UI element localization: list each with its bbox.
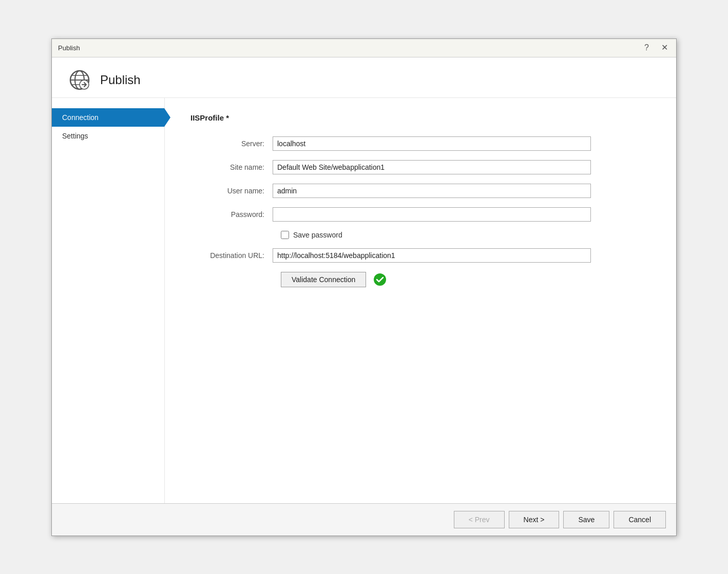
sidebar: Connection Settings — [52, 98, 165, 503]
site-name-group: Site name: — [190, 160, 650, 174]
destination-url-label: Destination URL: — [190, 251, 273, 260]
section-title: IISProfile * — [190, 113, 650, 122]
page-title: Publish — [100, 73, 141, 87]
server-group: Server: — [190, 136, 650, 151]
sidebar-item-settings[interactable]: Settings — [52, 127, 164, 145]
site-name-input[interactable] — [273, 160, 591, 174]
connection-valid-icon — [373, 273, 387, 286]
window-body: Publish Connection Settings IISProfile *… — [52, 57, 676, 536]
window-title: Publish — [58, 44, 80, 52]
title-bar-right: ? ✕ — [642, 44, 670, 52]
password-label: Password: — [190, 210, 273, 219]
help-button[interactable]: ? — [642, 44, 651, 52]
title-bar: Publish ? ✕ — [52, 39, 676, 57]
save-password-label[interactable]: Save password — [293, 231, 342, 239]
main-content: IISProfile * Server: Site name: User nam… — [165, 98, 676, 503]
server-label: Server: — [190, 140, 273, 148]
server-input[interactable] — [273, 136, 591, 151]
user-name-label: User name: — [190, 187, 273, 195]
save-password-checkbox[interactable] — [281, 231, 289, 239]
destination-url-input[interactable] — [273, 248, 591, 263]
publish-window: Publish ? ✕ Publish — [51, 38, 677, 536]
sidebar-connection-label: Connection — [62, 113, 99, 122]
save-button[interactable]: Save — [563, 511, 609, 528]
close-button[interactable]: ✕ — [659, 44, 670, 52]
header-area: Publish — [52, 57, 676, 98]
validate-row: Validate Connection — [281, 272, 650, 287]
password-input[interactable] — [273, 207, 591, 222]
save-password-row: Save password — [281, 231, 650, 239]
site-name-label: Site name: — [190, 163, 273, 171]
cancel-button[interactable]: Cancel — [614, 511, 666, 528]
svg-point-6 — [374, 273, 386, 286]
password-group: Password: — [190, 207, 650, 222]
footer: < Prev Next > Save Cancel — [52, 503, 676, 536]
sidebar-item-connection[interactable]: Connection — [52, 108, 164, 127]
content-area: Connection Settings IISProfile * Server:… — [52, 98, 676, 503]
validate-connection-button[interactable]: Validate Connection — [281, 272, 366, 287]
user-name-group: User name: — [190, 184, 650, 198]
user-name-input[interactable] — [273, 184, 591, 198]
next-button[interactable]: Next > — [509, 511, 560, 528]
title-bar-left: Publish — [58, 44, 80, 52]
destination-url-group: Destination URL: — [190, 248, 650, 263]
globe-icon — [67, 68, 92, 92]
prev-button[interactable]: < Prev — [454, 511, 505, 528]
sidebar-settings-label: Settings — [62, 132, 88, 140]
